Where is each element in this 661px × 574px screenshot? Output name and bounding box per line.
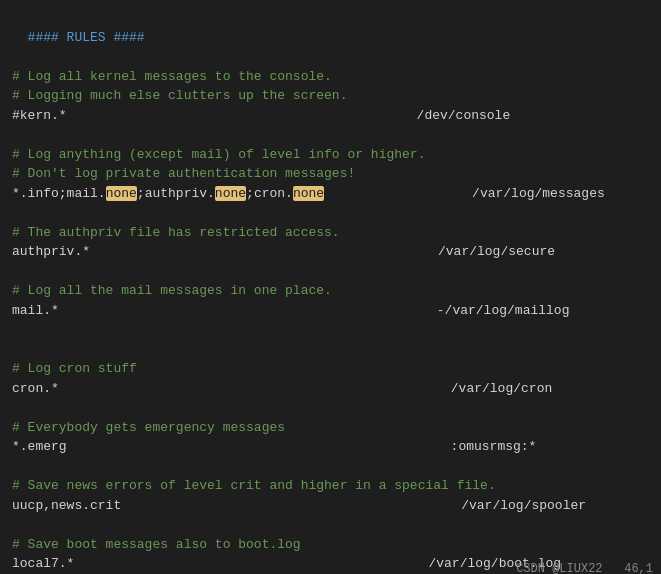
kern-right: /dev/console bbox=[417, 108, 511, 123]
comment-line-6: # Log all the mail messages in one place… bbox=[12, 283, 332, 298]
blank-line-3 bbox=[12, 205, 20, 220]
watermark: CSDN @LIUX22 bbox=[516, 562, 602, 575]
highlight-none-2: none bbox=[215, 186, 246, 201]
blank-line-4 bbox=[12, 264, 20, 279]
info-rule-line: *.info;mail.none;authpriv.none;cron.none… bbox=[12, 186, 605, 201]
cron-right: /var/log/cron bbox=[451, 381, 552, 396]
emerg-left: *.emerg bbox=[12, 439, 67, 454]
mail-left: mail.* bbox=[12, 303, 59, 318]
comment-line-7: # Log cron stuff bbox=[12, 361, 137, 376]
kern-left: #kern.* bbox=[12, 108, 67, 123]
comment-line-10: # Save boot messages also to boot.log bbox=[12, 537, 301, 552]
local7-rule: local7.*/var/log/boot.log bbox=[12, 556, 561, 571]
kern-rule: #kern.*/dev/console bbox=[12, 108, 510, 123]
info-mid2: ;cron. bbox=[246, 186, 293, 201]
uucp-right: /var/log/spooler bbox=[461, 498, 586, 513]
mail-right: -/var/log/maillog bbox=[437, 303, 570, 318]
status-bar: CSDN @LIUX22 46,1 bbox=[516, 560, 653, 575]
authpriv-left: authpriv.* bbox=[12, 244, 90, 259]
blank-line-7 bbox=[12, 400, 20, 415]
mail-rule: mail.*-/var/log/maillog bbox=[12, 303, 569, 318]
comment-line-2: # Logging much else clutters up the scre… bbox=[12, 88, 347, 103]
highlight-none-1: none bbox=[106, 186, 137, 201]
blank-line-5 bbox=[12, 322, 20, 337]
cursor-position: 46,1 bbox=[624, 562, 653, 575]
blank-line-9 bbox=[12, 517, 20, 532]
authpriv-rule: authpriv.*/var/log/secure bbox=[12, 244, 555, 259]
comment-line-1: # Log all kernel messages to the console… bbox=[12, 69, 332, 84]
comment-line-9: # Save news errors of level crit and hig… bbox=[12, 478, 496, 493]
info-right: /var/log/messages bbox=[472, 186, 605, 201]
uucp-rule: uucp,news.crit/var/log/spooler bbox=[12, 498, 586, 513]
authpriv-right: /var/log/secure bbox=[438, 244, 555, 259]
blank-line-8 bbox=[12, 459, 20, 474]
emerg-right: :omusrmsg:* bbox=[451, 439, 537, 454]
local7-left: local7.* bbox=[12, 556, 74, 571]
comment-line-3: # Log anything (except mail) of level in… bbox=[12, 147, 425, 162]
blank-line-1 bbox=[12, 49, 20, 64]
blank-line-6 bbox=[12, 342, 20, 357]
info-mid1: ;authpriv. bbox=[137, 186, 215, 201]
emerg-rule: *.emerg:omusrmsg:* bbox=[12, 439, 536, 454]
uucp-left: uucp,news.crit bbox=[12, 498, 121, 513]
cron-left: cron.* bbox=[12, 381, 59, 396]
cron-rule: cron.*/var/log/cron bbox=[12, 381, 552, 396]
code-editor: #### RULES #### # Log all kernel message… bbox=[12, 8, 649, 574]
rule-header-line: #### RULES #### bbox=[28, 30, 145, 45]
info-pre: *.info;mail. bbox=[12, 186, 106, 201]
comment-line-5: # The authpriv file has restricted acces… bbox=[12, 225, 340, 240]
comment-line-4: # Don't log private authentication messa… bbox=[12, 166, 355, 181]
highlight-none-3: none bbox=[293, 186, 324, 201]
comment-line-8: # Everybody gets emergency messages bbox=[12, 420, 285, 435]
blank-line-2 bbox=[12, 127, 20, 142]
